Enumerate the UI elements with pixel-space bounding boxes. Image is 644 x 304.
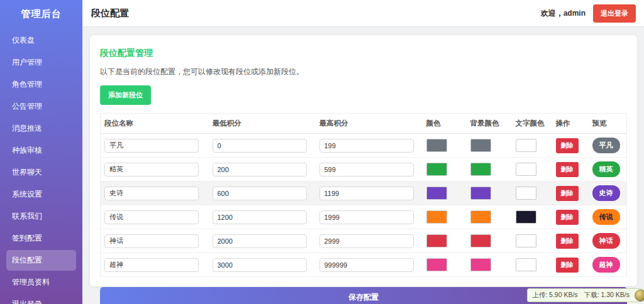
- welcome-text: 欢迎，admin: [541, 8, 586, 19]
- rank-name-input[interactable]: [104, 163, 199, 176]
- delete-button[interactable]: 删除: [556, 258, 579, 273]
- table-row: 删除 神话: [101, 229, 627, 253]
- rank-table: 段位名称 最低积分 最高积分 颜色 背景颜色 文字颜色 操作 预览: [100, 113, 627, 277]
- max-score-input[interactable]: [319, 163, 414, 176]
- rank-preview-badge: 史诗: [592, 185, 620, 201]
- color-picker[interactable]: [426, 139, 447, 152]
- sidebar-item-announcements[interactable]: 公告管理: [6, 96, 76, 117]
- bg-color-picker[interactable]: [470, 210, 491, 224]
- sidebar-item-logout[interactable]: 退出登录: [6, 294, 76, 304]
- min-score-input[interactable]: [213, 258, 307, 272]
- sidebar-item-contact[interactable]: 联系我们: [6, 206, 76, 227]
- rank-name-input[interactable]: [104, 234, 199, 248]
- col-header-text-color: 文字颜色: [512, 114, 552, 134]
- sidebar-item-admin-profile[interactable]: 管理员资料: [6, 272, 76, 293]
- col-header-min: 最低积分: [209, 114, 316, 134]
- max-score-input[interactable]: [319, 234, 414, 248]
- bg-color-picker[interactable]: [470, 163, 491, 176]
- sidebar-item-push[interactable]: 消息推送: [6, 118, 76, 139]
- col-header-preview: 预览: [589, 114, 627, 134]
- table-header-row: 段位名称 最低积分 最高积分 颜色 背景颜色 文字颜色 操作 预览: [101, 114, 627, 134]
- content-area: 段位配置 欢迎，admin 退出登录 段位配置管理 以下是当前的段位配置，您可以…: [82, 0, 644, 304]
- table-row: 删除 超神: [101, 253, 627, 277]
- rank-preview-badge: 传说: [592, 209, 620, 225]
- color-picker[interactable]: [426, 258, 447, 271]
- col-header-bg-color: 背景颜色: [467, 114, 512, 134]
- panel-description: 以下是当前的段位配置，您可以修改现有段位或添加新段位。: [100, 67, 627, 77]
- text-color-picker[interactable]: [516, 234, 536, 247]
- page-title: 段位配置: [91, 8, 129, 19]
- rank-name-input[interactable]: [104, 210, 199, 224]
- logout-button[interactable]: 退出登录: [593, 4, 636, 23]
- text-color-picker[interactable]: [516, 187, 536, 200]
- sidebar-menu: 仪表盘 用户管理 角色管理 公告管理 消息推送 种族审核 世界聊天 系统设置 联…: [0, 30, 82, 304]
- add-rank-button[interactable]: 添加新段位: [100, 85, 151, 105]
- upload-speed-text: 上传: 5.90 KB/s: [532, 291, 577, 300]
- panel-title: 段位配置管理: [100, 48, 627, 59]
- rank-name-input[interactable]: [104, 258, 199, 272]
- speed-monitor-ball-icon[interactable]: [635, 290, 644, 301]
- bg-color-picker[interactable]: [470, 139, 491, 152]
- sidebar: 管理后台 仪表盘 用户管理 角色管理 公告管理 消息推送 种族审核 世界聊天 系…: [0, 0, 82, 304]
- rank-preview-badge: 精英: [592, 161, 620, 177]
- min-score-input[interactable]: [213, 234, 307, 248]
- max-score-input[interactable]: [319, 139, 414, 153]
- max-score-input[interactable]: [319, 187, 414, 200]
- min-score-input[interactable]: [213, 163, 307, 176]
- text-color-picker[interactable]: [516, 163, 536, 176]
- top-header: 段位配置 欢迎，admin 退出登录: [82, 0, 644, 27]
- sidebar-item-system[interactable]: 系统设置: [6, 184, 76, 205]
- table-row: 删除 传说: [101, 205, 627, 229]
- rank-preview-badge: 平凡: [592, 138, 620, 153]
- table-row: 删除 史诗: [101, 182, 627, 205]
- bg-color-picker[interactable]: [470, 258, 491, 271]
- delete-button[interactable]: 删除: [556, 234, 579, 249]
- color-picker[interactable]: [426, 187, 447, 200]
- col-header-name: 段位名称: [101, 114, 209, 134]
- delete-button[interactable]: 删除: [556, 162, 579, 177]
- min-score-input[interactable]: [213, 210, 307, 224]
- color-picker[interactable]: [426, 163, 447, 176]
- rank-preview-badge: 超神: [592, 257, 620, 273]
- download-speed-text: 下载: 1.30 KB/s: [584, 291, 630, 300]
- network-speed-widget: 上传: 5.90 KB/s 下载: 1.30 KB/s: [527, 288, 643, 302]
- col-header-action: 操作: [552, 114, 589, 134]
- color-picker[interactable]: [426, 234, 447, 247]
- app-window: 管理后台 仪表盘 用户管理 角色管理 公告管理 消息推送 种族审核 世界聊天 系…: [0, 0, 644, 304]
- text-color-picker[interactable]: [516, 210, 536, 224]
- max-score-input[interactable]: [319, 258, 414, 272]
- min-score-input[interactable]: [213, 139, 307, 153]
- sidebar-item-world-chat[interactable]: 世界聊天: [6, 162, 76, 183]
- bg-color-picker[interactable]: [470, 187, 491, 200]
- delete-button[interactable]: 删除: [556, 138, 579, 153]
- color-picker[interactable]: [426, 210, 447, 224]
- sidebar-item-rank-config[interactable]: 段位配置: [6, 250, 76, 271]
- text-color-picker[interactable]: [516, 139, 536, 152]
- table-row: 删除 精英: [101, 158, 627, 182]
- rank-name-input[interactable]: [104, 187, 199, 200]
- rank-preview-badge: 神话: [592, 233, 620, 249]
- text-color-picker[interactable]: [516, 258, 536, 271]
- bg-color-picker[interactable]: [470, 234, 491, 247]
- sidebar-item-race-review[interactable]: 种族审核: [6, 140, 76, 161]
- delete-button[interactable]: 删除: [556, 210, 579, 225]
- sidebar-item-users[interactable]: 用户管理: [6, 52, 76, 73]
- app-title: 管理后台: [0, 0, 82, 24]
- header-right: 欢迎，admin 退出登录: [541, 4, 636, 23]
- rank-config-card: 段位配置管理 以下是当前的段位配置，您可以修改现有段位或添加新段位。 添加新段位…: [90, 35, 637, 286]
- main-content: 段位配置管理 以下是当前的段位配置，您可以修改现有段位或添加新段位。 添加新段位…: [82, 27, 644, 304]
- col-header-color: 颜色: [423, 114, 467, 134]
- sidebar-item-dashboard[interactable]: 仪表盘: [6, 30, 76, 51]
- col-header-max: 最高积分: [316, 114, 423, 134]
- sidebar-item-checkin-config[interactable]: 签到配置: [6, 228, 76, 249]
- max-score-input[interactable]: [319, 210, 414, 224]
- min-score-input[interactable]: [213, 187, 307, 200]
- rank-name-input[interactable]: [104, 139, 199, 153]
- delete-button[interactable]: 删除: [556, 186, 579, 201]
- sidebar-item-roles[interactable]: 角色管理: [6, 74, 76, 95]
- table-row: 删除 平凡: [101, 134, 627, 158]
